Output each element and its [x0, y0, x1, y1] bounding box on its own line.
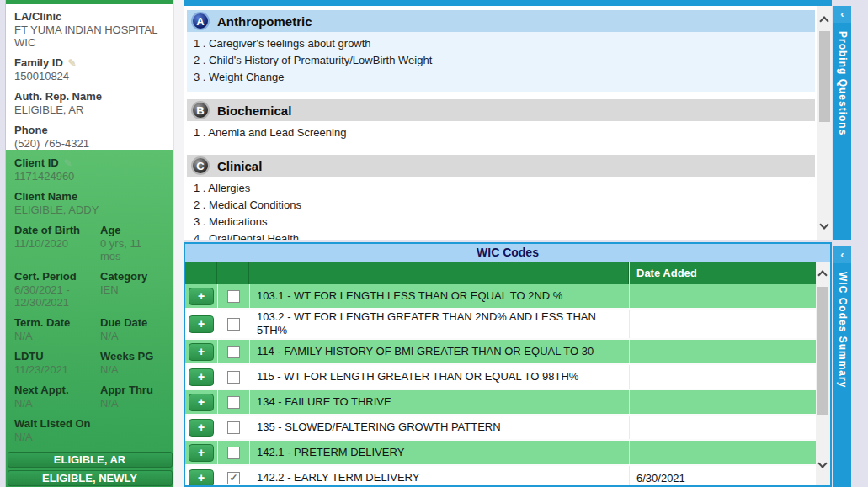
code-checkbox[interactable] — [227, 371, 240, 384]
section-header-anthropometric[interactable]: A Anthropometric — [187, 10, 815, 32]
add-code-button[interactable]: + — [189, 288, 214, 305]
description-column-header — [249, 262, 629, 284]
code-date-added — [629, 416, 816, 439]
field-wait-listed-on: Wait Listed On N/A — [14, 417, 165, 443]
probing-question-item[interactable]: 1 . Caregiver's feelings about growth — [187, 35, 815, 52]
add-code-button[interactable]: + — [189, 419, 214, 437]
code-label: 115 - WT FOR LENGTH GREATER THAN OR EQUA… — [249, 365, 629, 389]
table-row: + 142.2 - EARLY TERM DELIVERY 6/30/2021 — [185, 466, 816, 485]
code-date-added: 6/30/2021 — [629, 466, 816, 485]
tab-label: Probing Questions — [837, 31, 849, 135]
field-label: LDTU — [14, 350, 100, 363]
code-checkbox[interactable] — [227, 421, 240, 434]
status-buttons: ELIGIBLE, AR ELIGIBLE, NEWLY — [6, 451, 173, 487]
probing-question-item[interactable]: 1 . Allergies — [187, 180, 815, 197]
field-value: ELIGIBLE, AR — [14, 103, 165, 116]
field-ldtu: LDTU 11/23/2021 — [14, 350, 100, 376]
wic-codes-scrollbar[interactable] — [816, 262, 830, 485]
wic-codes-panel: WIC Codes Date Added + 103.1 - WT FOR LE… — [184, 242, 832, 487]
field-value: N/A — [14, 330, 100, 342]
code-checkbox[interactable] — [227, 346, 240, 358]
field-family-id: Family ID✎ 150010824 — [14, 56, 165, 82]
field-label: Due Date — [100, 316, 165, 330]
family-id-edit-icon[interactable]: ✎ — [68, 57, 77, 69]
code-checkbox[interactable] — [227, 290, 240, 303]
table-header-row: Date Added — [185, 262, 816, 284]
add-code-button[interactable]: + — [189, 469, 214, 486]
probing-questions-panel: A Anthropometric 1 . Caregiver's feeling… — [184, 0, 832, 240]
panel-gap — [174, 0, 184, 487]
section-title: Anthropometric — [217, 14, 312, 29]
field-next-appt: Next Appt. N/A — [14, 384, 100, 410]
scroll-up-icon[interactable] — [817, 270, 827, 279]
scroll-down-icon[interactable] — [817, 458, 827, 468]
wic-codes-panel-title: WIC Codes — [185, 244, 830, 262]
add-code-button[interactable]: + — [189, 444, 214, 462]
field-label: Auth. Rep. Name — [14, 90, 165, 103]
field-value: 150010824 — [14, 70, 165, 82]
field-due-date: Due Date N/A — [100, 316, 165, 342]
tab-wic-codes-summary[interactable]: ‹ WIC Codes Summary — [833, 246, 851, 487]
probing-scrollbar[interactable] — [817, 6, 832, 240]
table-row: + 114 - FAMILY HISTORY OF BMI GREATER TH… — [185, 340, 816, 365]
field-value: N/A — [100, 330, 165, 342]
field-category: Category IEN — [100, 270, 165, 309]
section-title: Biochemical — [217, 103, 291, 118]
probing-sections-list: A Anthropometric 1 . Caregiver's feeling… — [184, 6, 817, 240]
code-checkbox[interactable] — [227, 318, 240, 331]
eligible-ar-button[interactable]: ELIGIBLE, AR — [8, 452, 173, 468]
date-added-column-header: Date Added — [629, 262, 816, 284]
probing-question-item[interactable]: 2 . Child's History of Prematurity/LowBi… — [187, 52, 815, 69]
code-checkbox[interactable] — [227, 472, 240, 484]
code-label: 135 - SLOWED/FALTERING GROWTH PATTERN — [249, 416, 629, 439]
add-code-button[interactable]: + — [189, 343, 214, 361]
field-label: Wait Listed On — [14, 417, 165, 431]
field-value: 6/30/2021 - 12/30/2021 — [14, 283, 87, 309]
code-date-added — [629, 365, 816, 389]
code-checkbox[interactable] — [227, 447, 240, 459]
code-date-added — [629, 284, 816, 308]
field-value: 1171424960 — [14, 170, 165, 183]
scrollbar-thumb[interactable] — [817, 287, 828, 415]
field-cert-period: Cert. Period 6/30/2021 - 12/30/2021 — [14, 270, 100, 309]
eligible-newly-button[interactable]: ELIGIBLE, NEWLY — [8, 470, 173, 486]
code-date-added — [629, 310, 816, 338]
code-date-added — [629, 390, 816, 414]
scrollbar-thumb[interactable] — [819, 31, 830, 122]
checkbox-column-header — [217, 262, 249, 284]
tab-probing-questions[interactable]: ‹ Probing Questions — [833, 6, 851, 240]
section-header-clinical[interactable]: C Clinical — [187, 155, 815, 177]
field-label: Term. Date — [14, 316, 100, 330]
field-date-of-birth: Date of Birth 11/10/2020 — [14, 224, 100, 262]
probing-question-item[interactable]: 4 . Oral/Dental Health — [187, 230, 815, 240]
scroll-down-icon[interactable] — [819, 220, 828, 229]
table-row: + 103.1 - WT FOR LENGTH LESS THAN OR EQU… — [185, 284, 816, 310]
field-label: Client Name — [14, 190, 165, 204]
collapse-left-icon[interactable]: ‹ — [833, 246, 851, 263]
probing-question-item[interactable]: 1 . Anemia and Lead Screening — [187, 124, 815, 141]
table-row: + 103.2 - WT FOR LENGTH GREATER THAN 2ND… — [185, 310, 816, 340]
add-code-button[interactable]: + — [189, 315, 214, 333]
code-label: 142.2 - EARLY TERM DELIVERY — [249, 466, 629, 485]
field-value: N/A — [100, 397, 165, 410]
collapse-left-icon[interactable]: ‹ — [833, 6, 851, 23]
probing-question-item[interactable]: 3 . Weight Change — [187, 69, 815, 86]
field-label: Date of Birth — [14, 224, 100, 237]
field-client-id: Client ID✎ 1171424960 — [14, 156, 165, 183]
client-id-edit-icon[interactable]: ✎ — [64, 157, 72, 169]
table-row: + 115 - WT FOR LENGTH GREATER THAN OR EQ… — [185, 365, 816, 390]
section-header-biochemical[interactable]: B Biochemical — [187, 99, 815, 121]
code-checkbox[interactable] — [227, 396, 240, 409]
field-label: Client ID — [14, 156, 59, 169]
scroll-up-icon[interactable] — [819, 16, 828, 25]
add-code-button[interactable]: + — [189, 394, 214, 411]
probing-section-anthropometric: A Anthropometric 1 . Caregiver's feeling… — [187, 10, 815, 92]
field-value: 11/10/2020 — [14, 237, 100, 250]
probing-question-item[interactable]: 3 . Medications — [187, 214, 815, 230]
add-code-button[interactable]: + — [189, 368, 214, 386]
client-info-sidebar: LA/Clinic FT YUMA INDIAN HOSPITAL WIC Fa… — [5, 0, 173, 487]
field-value: N/A — [100, 363, 165, 376]
field-value: 11/23/2021 — [14, 363, 100, 376]
field-value: FT YUMA INDIAN HOSPITAL WIC — [14, 24, 165, 49]
probing-question-item[interactable]: 2 . Medical Conditions — [187, 197, 815, 214]
